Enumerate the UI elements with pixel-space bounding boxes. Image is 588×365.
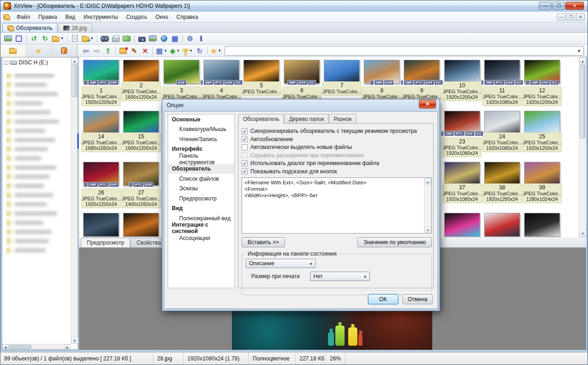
title-bar[interactable]: XnView - [Обозреватель - E:\DISC D\Wallp… <box>0 0 588 11</box>
print-size-combo[interactable]: Нет ▼ <box>310 272 370 281</box>
tree-node-disc-h[interactable]: - DISC H (E:) <box>2 57 78 67</box>
thumbnail-item[interactable]: XMPIPTCEXIF26JPEG TrueColor...1920x1200x… <box>81 162 121 208</box>
thumbnail-item[interactable]: 39JPEG TrueColor...1280x1024x24 <box>522 162 562 203</box>
info-button[interactable]: ℹ <box>196 34 207 44</box>
dialog-tab-1[interactable]: Дерево папок <box>284 114 328 123</box>
menu-окно[interactable]: Окно <box>151 12 172 22</box>
pane-categories-button[interactable] <box>51 45 77 57</box>
thumbnail-image[interactable] <box>484 162 520 186</box>
dialog-tab-0[interactable]: Обозреватель <box>238 114 284 124</box>
thumbnail-image[interactable] <box>324 60 360 84</box>
default-value-button[interactable]: Значение по умолчанию <box>357 237 432 247</box>
thumbnail-image[interactable] <box>524 213 560 237</box>
checkbox[interactable]: ✓ <box>242 160 248 166</box>
checkbox[interactable] <box>242 144 248 150</box>
thumbnail-image[interactable] <box>484 111 520 135</box>
pane-folders-button[interactable] <box>0 45 26 57</box>
mdi-minimize-button[interactable]: — <box>557 13 565 21</box>
refresh-button[interactable]: ↻ <box>194 46 205 56</box>
thumbnail-image[interactable] <box>83 111 119 135</box>
insert-button[interactable]: Вставить >> <box>242 237 285 247</box>
fullscreen-button[interactable] <box>13 34 24 44</box>
scroll-up-icon[interactable]: ▲ <box>71 57 78 64</box>
minimize-button[interactable]: — <box>539 2 552 10</box>
thumbnail-item[interactable] <box>81 213 121 237</box>
cancel-button[interactable]: Отмена <box>402 294 433 304</box>
menu-файл[interactable]: Файл <box>12 12 34 22</box>
menu-правка[interactable]: Правка <box>34 12 62 22</box>
menu-создать[interactable]: Создать <box>122 12 152 22</box>
view-mode-button[interactable]: ▦▼ <box>155 46 169 56</box>
thumbnail-item[interactable]: 38JPEG TrueColor...1920x1200x24 <box>482 162 522 203</box>
menu-справка[interactable]: Справка <box>172 12 202 22</box>
thumbnail-item[interactable]: 37JPEG TrueColor...1920x1080x24 <box>442 162 482 203</box>
wallpaper-button[interactable] <box>147 34 158 44</box>
new-folder-button[interactable]: ✱ <box>118 46 129 56</box>
options-tree-item[interactable]: Список файлов <box>168 174 234 184</box>
options-tree-item[interactable]: Эскизы <box>168 184 234 194</box>
thumbnail-image[interactable] <box>83 213 119 237</box>
panel-splitter[interactable] <box>77 133 79 149</box>
web-page-button[interactable] <box>158 34 170 44</box>
menu-вид[interactable]: Вид <box>61 12 79 22</box>
thumbnail-item[interactable]: XMPEXIFICC6JPEG TrueColor... <box>282 60 322 101</box>
dialog-tab-2[interactable]: Разное <box>329 114 356 123</box>
move-copy-button[interactable]: ▼ <box>51 34 65 44</box>
thumbnail-image[interactable] <box>123 111 159 135</box>
rotate-right-button[interactable]: ↻ <box>40 34 51 44</box>
doc-tab-image[interactable]: 28.jpg <box>58 23 92 32</box>
checkbox[interactable]: ✓ <box>242 168 248 174</box>
thumbnail-item[interactable]: XMPIPTCEXIFICC11JPEG TrueColor...1920x10… <box>482 60 522 106</box>
maximize-button[interactable]: ❐ <box>552 2 565 10</box>
tree-expander-icon[interactable]: - <box>4 61 8 65</box>
options-tree-item[interactable]: Основные <box>168 114 234 125</box>
thumbnail-item[interactable]: 24JPEG TrueColor...1920x1080x24 <box>482 111 522 152</box>
thumbnail-item[interactable]: 2JPEG TrueColor...1600x1200x24 <box>121 60 161 101</box>
contact-sheet-button[interactable]: ▦ <box>170 34 181 44</box>
thumbnail-image[interactable] <box>524 162 560 186</box>
dialog-close-button[interactable]: ✕ <box>419 100 436 108</box>
open-with-button[interactable]: ➜▼ <box>80 34 95 44</box>
thumbnail-item[interactable]: 10JPEG TrueColor...1920x1200x24 <box>442 60 482 101</box>
checkbox[interactable]: ✓ <box>242 128 248 134</box>
favorites-button[interactable]: ★▼ <box>209 46 223 56</box>
scrollbar-thumb[interactable] <box>9 345 31 349</box>
rename-button[interactable]: ✎ <box>129 46 140 56</box>
tooltip-template-textarea[interactable]: <Filename With Ext>, <Size> байт, <Modif… <box>242 177 432 234</box>
scroll-down-icon[interactable]: ▼ <box>71 337 78 344</box>
scrollbar-thumb[interactable] <box>72 65 77 97</box>
thumbnail-image[interactable] <box>243 60 279 84</box>
left-panel-vscrollbar[interactable]: ▲ ▼ <box>71 57 78 344</box>
options-tree-item[interactable]: Вид <box>168 204 234 214</box>
thumbnail-item[interactable] <box>522 213 562 237</box>
scroll-up-icon[interactable]: ▲ <box>579 57 586 64</box>
search-button[interactable] <box>99 34 110 44</box>
scrollbar-thumb[interactable] <box>580 65 585 138</box>
menu-инструменты[interactable]: Инструменты <box>79 12 122 22</box>
capture-button[interactable] <box>136 34 147 44</box>
thumbnail-item[interactable]: EXIF3JPEG TrueColor... <box>162 60 201 101</box>
mdi-restore-button[interactable]: ❐ <box>566 13 575 21</box>
delete-button[interactable]: ✕ <box>140 46 151 56</box>
thumbnail-item[interactable]: XMPIPTCEXIFICC23JPEG TrueColor...1920x10… <box>442 111 482 157</box>
ok-button[interactable]: OK <box>368 294 398 304</box>
textarea-vscrollbar[interactable]: ▲ ▼ <box>424 178 431 233</box>
thumbnail-item[interactable]: XMPIPTCEXIFICC9JPEG TrueColor... <box>402 60 441 101</box>
thumbnail-image[interactable] <box>444 60 480 84</box>
thumbnail-item[interactable]: 7JPEG TrueColor... <box>322 60 362 96</box>
dialog-title[interactable]: Опции <box>162 99 440 111</box>
thumbnail-item[interactable]: 5JPEG TrueColor... <box>242 60 281 96</box>
close-button[interactable]: ✕ <box>565 2 584 10</box>
sort-button[interactable]: ◆▼ <box>169 46 181 56</box>
thumbnail-image[interactable] <box>123 60 159 84</box>
options-tree-item[interactable]: Панель инструментов <box>168 154 234 164</box>
filter-button[interactable]: ▼ <box>181 46 194 56</box>
nav-back-button[interactable]: ⇦ <box>80 46 91 56</box>
scroll-down-icon[interactable]: ▼ <box>425 227 431 233</box>
mdi-close-button[interactable]: ✕ <box>576 13 585 21</box>
options-tree-item[interactable]: Клавиатура/Мышь <box>168 125 234 135</box>
thumbnail-item[interactable]: 25JPEG TrueColor...1920x1200x24 <box>522 111 562 152</box>
rotate-left-button[interactable]: ↺ <box>28 34 40 44</box>
options-tree-item[interactable]: Чтение/Запись <box>168 134 234 144</box>
status-info-combo[interactable]: Описание ▼ <box>246 259 316 268</box>
